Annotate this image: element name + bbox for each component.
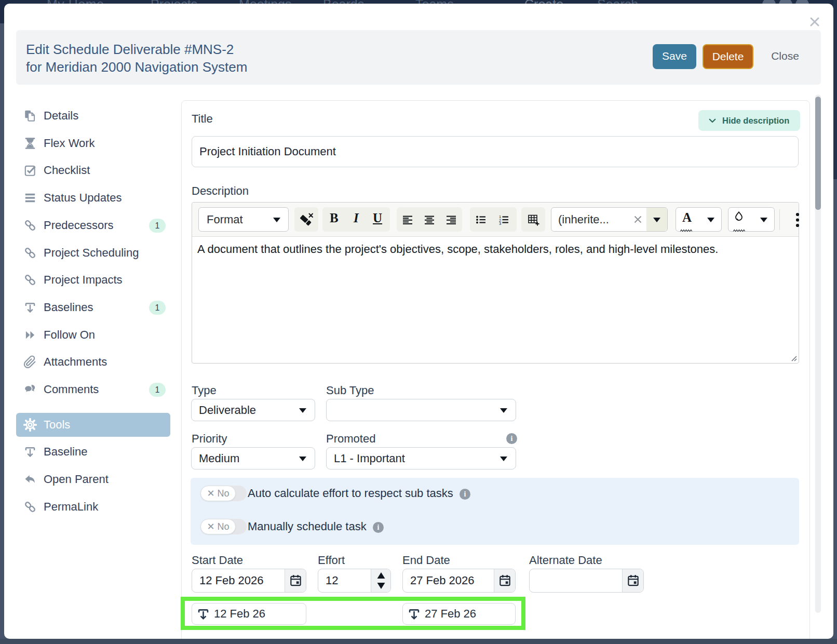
svg-text:3: 3 — [499, 221, 501, 226]
